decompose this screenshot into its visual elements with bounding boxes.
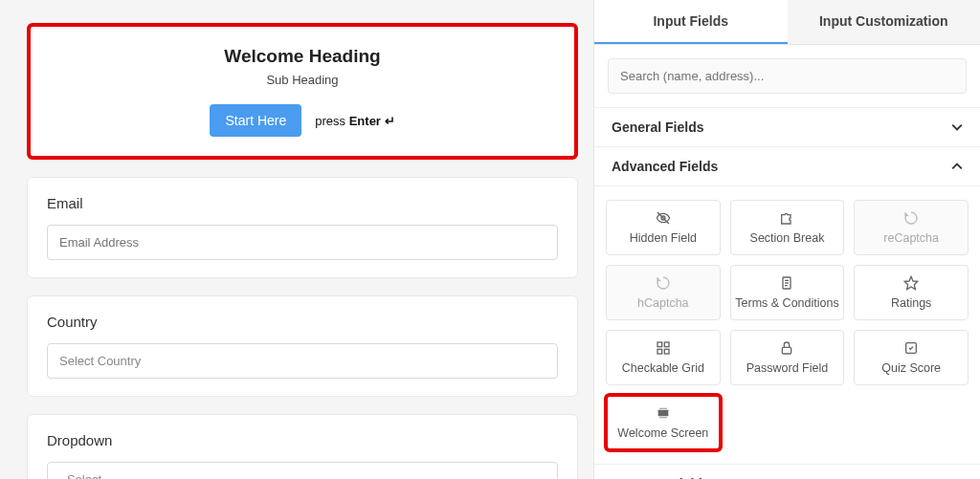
sidebar-tabs: Input Fields Input Customization — [594, 0, 980, 45]
field-recaptcha[interactable]: reCaptcha — [854, 200, 969, 255]
field-welcome-screen-label: Welcome Screen — [617, 426, 708, 440]
grid-icon — [656, 340, 671, 356]
dropdown-label: Dropdown — [47, 432, 558, 448]
field-checkable-grid[interactable]: Checkable Grid — [606, 330, 721, 385]
field-terms[interactable]: Terms & Conditions — [730, 265, 845, 320]
spinner-icon — [656, 275, 671, 291]
section-general-label: General Fields — [612, 120, 703, 135]
dropdown-placeholder: - Select - — [59, 472, 109, 479]
welcome-heading: Welcome Heading — [50, 46, 555, 67]
field-section-break[interactable]: Section Break — [730, 200, 845, 255]
field-recaptcha-label: reCaptcha — [883, 231, 939, 245]
field-terms-label: Terms & Conditions — [735, 296, 838, 310]
section-advanced-label: Advanced Fields — [612, 159, 718, 174]
field-quiz-score[interactable]: Quiz Score — [854, 330, 969, 385]
screen-icon — [656, 405, 671, 421]
field-quiz-score-label: Quiz Score — [881, 361, 941, 375]
chevron-up-icon — [951, 163, 963, 170]
svg-rect-15 — [659, 417, 667, 418]
email-label: Email — [47, 195, 558, 211]
lock-icon — [779, 340, 794, 356]
field-hidden[interactable]: Hidden Field — [606, 200, 721, 255]
email-field-card[interactable]: Email — [27, 177, 578, 278]
press-prefix: press — [315, 114, 345, 128]
dropdown-select[interactable]: - Select - — [47, 462, 558, 479]
country-field-card[interactable]: Country Select Country — [27, 295, 578, 397]
field-ratings[interactable]: Ratings — [854, 265, 969, 320]
field-section-break-label: Section Break — [750, 231, 825, 245]
search-input[interactable] — [608, 58, 967, 94]
eye-slash-icon — [656, 210, 671, 226]
svg-rect-8 — [664, 342, 669, 347]
country-placeholder: Select Country — [59, 354, 141, 368]
field-hidden-label: Hidden Field — [630, 231, 697, 245]
welcome-card[interactable]: Welcome Heading Sub Heading Start Here p… — [27, 23, 578, 160]
quiz-icon — [903, 340, 919, 356]
welcome-subheading: Sub Heading — [50, 73, 555, 87]
svg-rect-9 — [657, 349, 662, 354]
country-select[interactable]: Select Country — [47, 343, 558, 379]
spinner-icon — [903, 210, 919, 226]
svg-rect-13 — [657, 410, 668, 417]
field-checkable-grid-label: Checkable Grid — [622, 361, 704, 375]
field-password-label: Password Field — [746, 361, 828, 375]
field-ratings-label: Ratings — [891, 296, 931, 310]
field-welcome-screen[interactable]: Welcome Screen — [606, 395, 721, 450]
field-hcaptcha-label: hCaptcha — [637, 296, 689, 310]
email-input[interactable] — [47, 225, 558, 260]
svg-rect-7 — [657, 342, 662, 347]
puzzle-icon — [779, 210, 794, 226]
svg-rect-11 — [783, 347, 791, 354]
field-password[interactable]: Password Field — [730, 330, 845, 385]
document-icon — [779, 275, 794, 291]
section-general-fields[interactable]: General Fields — [594, 107, 980, 147]
svg-rect-10 — [664, 349, 669, 354]
field-hcaptcha[interactable]: hCaptcha — [606, 265, 721, 320]
svg-rect-14 — [659, 408, 667, 409]
section-payment-fields[interactable]: Payment Fields — [594, 464, 980, 479]
tab-input-customization[interactable]: Input Customization — [788, 0, 981, 44]
dropdown-field-card[interactable]: Dropdown - Select - — [27, 414, 578, 479]
press-key: Enter — [349, 114, 381, 128]
press-enter-hint: press Enter ↵ — [315, 114, 394, 128]
country-label: Country — [47, 314, 558, 330]
tab-input-fields[interactable]: Input Fields — [594, 0, 788, 44]
start-here-button[interactable]: Start Here — [210, 104, 301, 137]
chevron-down-icon — [951, 123, 963, 131]
star-icon — [903, 275, 919, 291]
enter-icon: ↵ — [385, 114, 395, 128]
svg-marker-6 — [904, 276, 917, 289]
advanced-fields-grid: Hidden Field Section Break reCaptcha hCa… — [594, 186, 980, 464]
section-advanced-fields[interactable]: Advanced Fields — [594, 147, 980, 186]
